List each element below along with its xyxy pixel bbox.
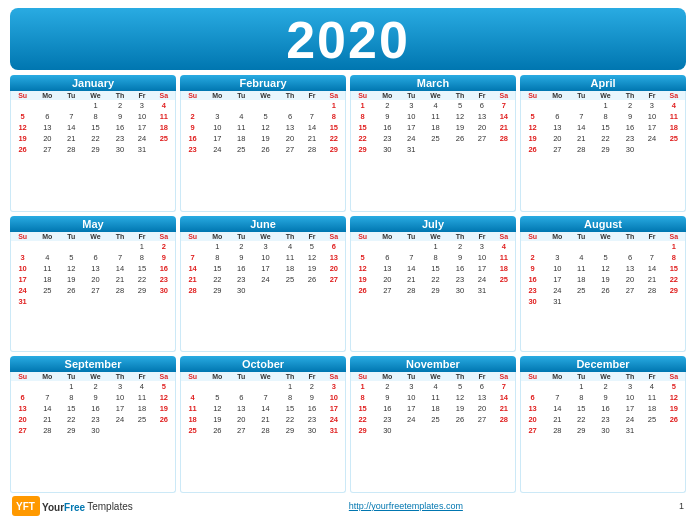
calendar-day[interactable]: 20 [374,274,400,285]
calendar-day[interactable]: 30 [109,144,131,155]
calendar-day[interactable]: 5 [449,381,471,392]
calendar-day[interactable]: 4 [131,381,153,392]
calendar-day[interactable]: 17 [252,263,279,274]
calendar-day[interactable]: 29 [60,425,82,436]
calendar-day[interactable]: 23 [374,414,400,425]
calendar-day[interactable]: 8 [131,252,153,263]
calendar-day[interactable]: 2 [82,381,109,392]
calendar-day[interactable]: 2 [153,241,175,252]
calendar-day[interactable]: 29 [204,285,230,296]
calendar-day[interactable]: 6 [11,392,34,403]
calendar-day[interactable]: 23 [181,144,204,155]
calendar-day[interactable]: 26 [663,414,685,425]
calendar-day[interactable]: 29 [422,285,449,296]
calendar-day[interactable]: 30 [521,296,544,307]
calendar-day[interactable]: 3 [11,252,34,263]
calendar-day[interactable]: 30 [153,285,175,296]
calendar-day[interactable]: 15 [131,263,153,274]
calendar-day[interactable]: 10 [131,111,153,122]
calendar-day[interactable]: 20 [11,414,34,425]
calendar-day[interactable]: 30 [374,425,400,436]
calendar-day[interactable]: 18 [279,263,301,274]
calendar-day[interactable]: 13 [619,263,641,274]
calendar-day[interactable]: 29 [323,144,345,155]
calendar-day[interactable]: 3 [400,381,422,392]
calendar-day[interactable]: 12 [592,263,619,274]
calendar-day[interactable]: 24 [619,414,641,425]
calendar-day[interactable]: 24 [544,285,570,296]
calendar-day[interactable]: 24 [400,133,422,144]
calendar-day[interactable]: 17 [400,122,422,133]
calendar-day[interactable]: 24 [109,414,131,425]
calendar-day[interactable]: 8 [82,111,109,122]
calendar-day[interactable]: 20 [230,414,252,425]
calendar-day[interactable]: 9 [521,263,544,274]
calendar-day[interactable]: 30 [82,425,109,436]
calendar-day[interactable]: 10 [109,392,131,403]
calendar-day[interactable]: 5 [153,381,175,392]
calendar-day[interactable]: 22 [351,133,374,144]
calendar-day[interactable]: 19 [449,122,471,133]
calendar-day[interactable]: 16 [109,122,131,133]
calendar-day[interactable]: 8 [422,252,449,263]
calendar-day[interactable]: 11 [493,252,515,263]
calendar-day[interactable]: 14 [109,263,131,274]
calendar-day[interactable]: 29 [82,144,109,155]
calendar-day[interactable]: 15 [279,403,301,414]
calendar-day[interactable]: 28 [181,285,204,296]
calendar-day[interactable]: 11 [153,111,175,122]
calendar-day[interactable]: 16 [374,403,400,414]
calendar-day[interactable]: 11 [230,122,252,133]
calendar-day[interactable]: 24 [204,144,230,155]
calendar-day[interactable]: 9 [153,252,175,263]
calendar-day[interactable]: 16 [374,122,400,133]
footer-url[interactable]: http://yourfreetemplates.com [349,501,463,511]
calendar-day[interactable]: 31 [619,425,641,436]
calendar-day[interactable]: 16 [181,133,204,144]
calendar-day[interactable]: 12 [153,392,175,403]
calendar-day[interactable]: 26 [11,144,34,155]
calendar-day[interactable]: 26 [252,144,279,155]
calendar-day[interactable]: 27 [82,285,109,296]
calendar-day[interactable]: 14 [570,122,592,133]
calendar-day[interactable]: 6 [34,111,60,122]
calendar-day[interactable]: 19 [351,274,374,285]
calendar-day[interactable]: 4 [663,100,685,111]
calendar-day[interactable]: 30 [449,285,471,296]
calendar-day[interactable]: 20 [34,133,60,144]
calendar-day[interactable]: 23 [449,274,471,285]
calendar-day[interactable]: 13 [34,122,60,133]
calendar-day[interactable]: 9 [619,111,641,122]
calendar-day[interactable]: 6 [521,392,544,403]
calendar-day[interactable]: 25 [181,425,204,436]
calendar-day[interactable]: 18 [34,274,60,285]
calendar-day[interactable]: 1 [422,241,449,252]
calendar-day[interactable]: 23 [619,133,641,144]
calendar-day[interactable]: 5 [252,111,279,122]
calendar-day[interactable]: 1 [82,100,109,111]
calendar-day[interactable]: 3 [252,241,279,252]
calendar-day[interactable]: 8 [351,392,374,403]
calendar-day[interactable]: 19 [60,274,82,285]
calendar-day[interactable]: 25 [153,133,175,144]
calendar-day[interactable]: 6 [230,392,252,403]
calendar-day[interactable]: 1 [204,241,230,252]
calendar-day[interactable]: 21 [641,274,663,285]
calendar-day[interactable]: 17 [204,133,230,144]
calendar-day[interactable]: 27 [34,144,60,155]
calendar-day[interactable]: 25 [422,133,449,144]
calendar-day[interactable]: 19 [663,403,685,414]
calendar-day[interactable]: 1 [279,381,301,392]
calendar-day[interactable]: 28 [641,285,663,296]
calendar-day[interactable]: 15 [422,263,449,274]
calendar-day[interactable]: 30 [301,425,323,436]
calendar-day[interactable]: 27 [619,285,641,296]
calendar-day[interactable]: 3 [323,381,345,392]
calendar-day[interactable]: 28 [301,144,323,155]
calendar-day[interactable]: 19 [521,133,544,144]
calendar-day[interactable]: 22 [592,133,619,144]
calendar-day[interactable]: 1 [351,381,374,392]
calendar-day[interactable]: 9 [449,252,471,263]
calendar-day[interactable]: 12 [301,252,323,263]
calendar-day[interactable]: 25 [422,414,449,425]
